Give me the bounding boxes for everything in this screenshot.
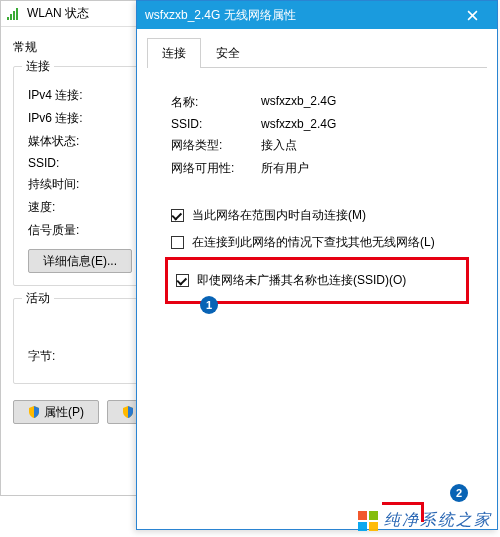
prop-titlebar[interactable]: wsfxzxb_2.4G 无线网络属性 <box>137 1 497 29</box>
prop-tabs: 连接 安全 <box>147 37 487 68</box>
prop-info: 名称:wsfxzxb_2.4G SSID:wsfxzxb_2.4G 网络类型:接… <box>147 82 487 201</box>
shield-icon <box>28 406 40 418</box>
prop-body: 连接 安全 名称:wsfxzxb_2.4G SSID:wsfxzxb_2.4G … <box>137 29 497 314</box>
tab-connection-label: 连接 <box>162 46 186 60</box>
speed-label: 速度: <box>28 199 104 216</box>
info-avail-k: 网络可用性: <box>171 160 261 177</box>
details-button-label: 详细信息(E)... <box>43 253 117 270</box>
check-auto-connect-label: 当此网络在范围内时自动连接(M) <box>192 207 366 224</box>
close-icon <box>467 10 478 21</box>
check-hidden-ssid[interactable]: 即使网络未广播其名称也连接(SSID)(O) <box>170 268 464 293</box>
info-type-v: 接入点 <box>261 137 483 154</box>
signal-label: 信号质量: <box>28 222 104 239</box>
tab-connection[interactable]: 连接 <box>147 38 201 68</box>
check-look-other-label: 在连接到此网络的情况下查找其他无线网络(L) <box>192 234 435 251</box>
tab-security[interactable]: 安全 <box>201 38 255 68</box>
windows-logo-icon <box>358 511 378 531</box>
annotation-2: 2 <box>450 484 468 502</box>
status-activity-group-title: 活动 <box>22 290 54 307</box>
shield-icon <box>122 406 134 418</box>
watermark: 纯净系统之家 <box>358 510 492 531</box>
properties-button-label: 属性(P) <box>44 404 84 421</box>
ipv4-label: IPv4 连接: <box>28 87 104 104</box>
check-hidden-ssid-label: 即使网络未广播其名称也连接(SSID)(O) <box>197 272 406 289</box>
checkbox-icon <box>171 236 184 249</box>
info-ssid-k: SSID: <box>171 117 261 131</box>
properties-button[interactable]: 属性(P) <box>13 400 99 424</box>
media-label: 媒体状态: <box>28 133 104 150</box>
annotation-1: 1 <box>200 296 218 314</box>
wireless-properties-window: wsfxzxb_2.4G 无线网络属性 连接 安全 名称:wsfxzxb_2.4… <box>136 0 498 530</box>
status-title: WLAN 状态 <box>27 5 89 22</box>
checkbox-icon <box>171 209 184 222</box>
wifi-signal-icon <box>7 8 21 20</box>
duration-label: 持续时间: <box>28 176 104 193</box>
checkbox-icon <box>176 274 189 287</box>
prop-title: wsfxzxb_2.4G 无线网络属性 <box>145 7 296 24</box>
bytes-label: 字节: <box>28 348 104 365</box>
tab-security-label: 安全 <box>216 46 240 60</box>
check-look-other[interactable]: 在连接到此网络的情况下查找其他无线网络(L) <box>147 230 487 255</box>
info-avail-v: 所有用户 <box>261 160 483 177</box>
info-ssid-v: wsfxzxb_2.4G <box>261 117 483 131</box>
details-button[interactable]: 详细信息(E)... <box>28 249 132 273</box>
watermark-text: 纯净系统之家 <box>384 510 492 531</box>
check-auto-connect[interactable]: 当此网络在范围内时自动连接(M) <box>147 203 487 228</box>
info-type-k: 网络类型: <box>171 137 261 154</box>
info-name-v: wsfxzxb_2.4G <box>261 94 483 111</box>
status-connect-group-title: 连接 <box>22 58 54 75</box>
ssid-label: SSID: <box>28 156 104 170</box>
ipv6-label: IPv6 连接: <box>28 110 104 127</box>
close-button[interactable] <box>455 5 489 25</box>
info-name-k: 名称: <box>171 94 261 111</box>
